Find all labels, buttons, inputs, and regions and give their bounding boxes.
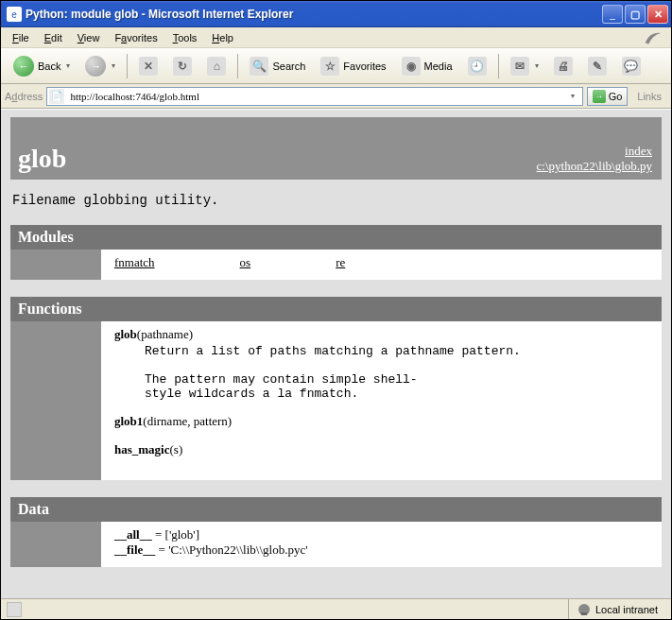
minimize-button[interactable]: _ xyxy=(602,5,623,24)
print-button[interactable]: 🖨 xyxy=(547,52,579,80)
modules-list: fnmatch os re xyxy=(114,255,652,270)
side-strip xyxy=(10,522,101,567)
address-bar: Address 📄 ▾ → Go Links xyxy=(1,84,671,109)
index-link[interactable]: index xyxy=(537,144,652,159)
func-name: glob xyxy=(114,327,137,341)
chevron-down-icon[interactable]: ▾ xyxy=(110,61,115,70)
address-dropdown-icon[interactable]: ▾ xyxy=(565,92,580,100)
maximize-button[interactable]: ▢ xyxy=(625,5,646,24)
func-args: (s) xyxy=(170,442,183,456)
star-icon: ☆ xyxy=(320,57,339,76)
source-path-link[interactable]: c:\python22\lib\glob.py xyxy=(537,159,652,174)
back-button[interactable]: ← Back ▾ xyxy=(7,52,77,80)
intranet-icon xyxy=(577,602,592,617)
media-label: Media xyxy=(424,60,453,72)
search-button[interactable]: 🔍 Search xyxy=(243,52,312,80)
refresh-icon: ↻ xyxy=(173,57,192,76)
title-bar: e Python: module glob - Microsoft Intern… xyxy=(1,1,671,27)
forward-button[interactable]: → ▾ xyxy=(78,52,122,80)
data-name-all: __all__ xyxy=(114,527,152,542)
close-button[interactable]: ✕ xyxy=(647,5,668,24)
address-input[interactable] xyxy=(68,90,564,103)
mail-button[interactable]: ✉▾ xyxy=(504,52,545,80)
module-link-fnmatch[interactable]: fnmatch xyxy=(114,255,155,270)
chevron-down-icon[interactable]: ▾ xyxy=(533,61,539,70)
window-title: Python: module glob - Microsoft Internet… xyxy=(26,8,602,21)
modules-heading: Modules xyxy=(10,225,662,250)
favorites-button[interactable]: ☆ Favorites xyxy=(314,52,392,80)
menu-bar: File Edit View Favorites Tools Help xyxy=(1,27,671,48)
stop-icon: ✕ xyxy=(139,57,158,76)
functions-heading: Functions xyxy=(10,297,662,321)
module-header: glob index c:\python22\lib\glob.py xyxy=(10,117,662,180)
menu-file[interactable]: File xyxy=(5,30,37,45)
forward-arrow-icon: → xyxy=(85,56,106,77)
status-bar: Local intranet xyxy=(1,598,671,619)
back-arrow-icon: ← xyxy=(13,56,34,77)
print-icon: 🖨 xyxy=(554,57,573,76)
go-label: Go xyxy=(609,91,623,102)
search-icon: 🔍 xyxy=(250,57,268,76)
app-icon: e xyxy=(7,7,22,22)
history-button[interactable]: 🕘 xyxy=(461,52,493,80)
media-button[interactable]: ◉ Media xyxy=(395,52,459,80)
address-box[interactable]: 📄 ▾ xyxy=(46,87,582,106)
data-name-file: __file__ xyxy=(114,542,155,557)
refresh-button[interactable]: ↻ xyxy=(166,52,198,80)
function-glob: glob(pathname) Return a list of paths ma… xyxy=(114,327,652,401)
menu-edit[interactable]: Edit xyxy=(37,30,70,45)
stop-button[interactable]: ✕ xyxy=(132,52,164,80)
data-file: __file__ = 'C:\\Python22\\lib\\glob.pyc' xyxy=(114,542,652,558)
function-glob1: glob1(dirname, pattern) xyxy=(114,414,652,429)
search-label: Search xyxy=(272,60,305,72)
mail-icon: ✉ xyxy=(510,57,529,76)
media-icon: ◉ xyxy=(402,57,421,76)
function-has-magic: has_magic(s) xyxy=(114,442,652,457)
data-value-all: = ['glob'] xyxy=(152,527,199,542)
ie-logo-icon xyxy=(639,28,667,47)
func-name: has_magic xyxy=(114,442,170,456)
chevron-down-icon[interactable]: ▾ xyxy=(64,61,70,70)
history-icon: 🕘 xyxy=(468,57,487,76)
module-name: glob xyxy=(18,144,66,174)
module-description: Filename globbing utility. xyxy=(10,180,662,225)
status-page-icon xyxy=(7,602,22,617)
svg-rect-1 xyxy=(581,612,587,615)
toolbar: ← Back ▾ → ▾ ✕ ↻ ⌂ 🔍 Search ☆ Favorites … xyxy=(1,48,671,84)
links-label[interactable]: Links xyxy=(631,91,667,102)
func-args: (pathname) xyxy=(137,327,193,341)
module-link-re[interactable]: re xyxy=(336,255,345,270)
back-label: Back xyxy=(38,60,60,72)
edit-icon: ✎ xyxy=(588,57,607,76)
menu-favorites[interactable]: Favorites xyxy=(107,30,164,45)
module-link-os[interactable]: os xyxy=(240,255,251,270)
home-button[interactable]: ⌂ xyxy=(200,52,233,80)
home-icon: ⌂ xyxy=(207,57,226,76)
go-button[interactable]: → Go xyxy=(587,87,629,106)
content-area: glob index c:\python22\lib\glob.py Filen… xyxy=(1,109,671,598)
data-heading: Data xyxy=(10,497,662,522)
divider xyxy=(498,54,499,78)
menu-tools[interactable]: Tools xyxy=(165,30,205,45)
security-zone[interactable]: Local intranet xyxy=(568,599,665,619)
side-strip xyxy=(10,321,101,480)
menu-view[interactable]: View xyxy=(70,30,108,45)
address-label: Address xyxy=(5,91,43,102)
side-strip xyxy=(10,250,101,280)
func-doc: Return a list of paths matching a pathna… xyxy=(145,344,652,401)
func-args: (dirname, pattern) xyxy=(143,414,232,428)
favorites-label: Favorites xyxy=(343,60,386,72)
go-arrow-icon: → xyxy=(593,90,606,103)
menu-help[interactable]: Help xyxy=(204,30,241,45)
divider xyxy=(237,54,238,78)
modules-section: fnmatch os re xyxy=(10,250,662,280)
zone-label: Local intranet xyxy=(595,604,658,615)
data-value-file: = 'C:\\Python22\\lib\\glob.pyc' xyxy=(155,542,307,557)
page-viewport[interactable]: glob index c:\python22\lib\glob.py Filen… xyxy=(1,110,671,598)
divider xyxy=(127,54,128,78)
functions-section: glob(pathname) Return a list of paths ma… xyxy=(10,321,662,480)
func-name: glob1 xyxy=(114,414,143,428)
edit-button[interactable]: ✎ xyxy=(581,52,613,80)
discuss-button[interactable]: 💬 xyxy=(615,52,647,80)
data-all: __all__ = ['glob'] xyxy=(114,527,652,542)
